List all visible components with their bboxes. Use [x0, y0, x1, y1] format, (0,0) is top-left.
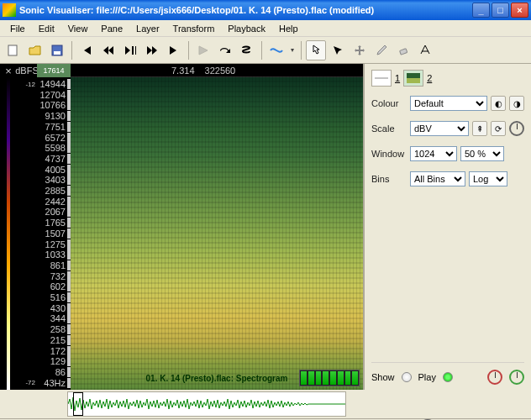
colour-select[interactable]: Default [410, 96, 487, 111]
playback-pan-dial[interactable] [509, 370, 524, 385]
time-ruler: 7.314 322560 [71, 64, 363, 77]
svg-rect-2 [54, 51, 60, 55]
window-title: Sonic Visualiser: file:///C:/Users/jsix6… [19, 5, 472, 15]
show-toggle[interactable] [402, 372, 412, 382]
solo-button[interactable] [237, 40, 257, 60]
freq-label: 215 [37, 335, 71, 345]
freq-label: 2885 [37, 186, 71, 196]
close-button[interactable]: × [511, 3, 528, 18]
freq-label: 258 [37, 324, 71, 334]
overview-window[interactable] [73, 392, 83, 416]
bins-label: Bins [371, 174, 407, 184]
move-tool[interactable] [350, 40, 370, 60]
new-session-button[interactable] [3, 40, 24, 60]
layer-tab-2-label: 2 [427, 73, 432, 83]
freq-label: 344 [37, 313, 71, 323]
db-label: -12 [17, 81, 37, 88]
layer-tab-2[interactable] [403, 70, 423, 87]
align-dropdown[interactable]: ▾ [288, 46, 297, 54]
overview-area [0, 390, 531, 418]
app-icon [3, 3, 16, 17]
colour-next-button[interactable]: ◑ [509, 96, 524, 111]
show-label: Show [371, 372, 395, 382]
forward-button[interactable] [142, 40, 162, 60]
title-bar: Sonic Visualiser: file:///C:/Users/jsix6… [0, 0, 531, 20]
navigate-tool[interactable] [306, 40, 326, 60]
freq-top: 17614 [37, 64, 71, 77]
svg-rect-3 [400, 48, 407, 54]
freq-label: 14944 [37, 79, 71, 89]
menu-file[interactable]: File [3, 22, 32, 35]
scale-label: Scale [371, 123, 407, 134]
playback-gain-dial[interactable] [487, 370, 502, 385]
open-button[interactable] [25, 40, 45, 60]
layer-tab-1[interactable] [371, 70, 392, 87]
colour-label: Colour [371, 98, 407, 108]
normalize-button[interactable]: ⇞ [472, 121, 487, 136]
align-button[interactable] [266, 40, 287, 60]
rewind-button[interactable] [98, 40, 118, 60]
window-size-select[interactable]: 1024 [410, 146, 457, 161]
window-overlap-select[interactable]: 50 % [460, 146, 504, 161]
freq-label: 6572 [37, 133, 71, 143]
record-button[interactable] [193, 40, 213, 60]
edit-tool[interactable] [371, 40, 392, 60]
freq-label: 5598 [37, 143, 71, 153]
main-area: × dBFS -12 -72 17614 1494412704107669130… [0, 64, 531, 390]
menu-playback[interactable]: Playback [221, 22, 272, 35]
freq-label: 1275 [37, 239, 71, 249]
toolbar: ▾ [0, 37, 531, 64]
layer-tabs: 1 2 [371, 69, 524, 87]
save-button[interactable] [47, 40, 67, 60]
freq-label: 1765 [37, 218, 71, 228]
db-scale: dBFS -12 -72 [17, 64, 37, 390]
colour-scale-bar [7, 77, 10, 390]
scale-header: dBFS [17, 64, 37, 77]
freq-label: 4005 [37, 165, 71, 175]
gain-dial[interactable] [509, 121, 524, 136]
close-pane-button[interactable]: × [0, 64, 17, 77]
menu-pane[interactable]: Pane [94, 22, 129, 35]
layer-tab-1-label: 1 [395, 73, 400, 83]
freq-label: 9130 [37, 111, 71, 121]
freq-label: 12704 [37, 90, 71, 100]
bins-scale-select[interactable]: Log [469, 171, 507, 186]
freq-label: 129 [37, 356, 71, 366]
pane-gutter: × [0, 64, 17, 390]
menu-view[interactable]: View [61, 22, 95, 35]
db-label: -72 [17, 379, 37, 386]
menu-edit[interactable]: Edit [32, 22, 61, 35]
skip-start-button[interactable] [76, 40, 97, 60]
menu-bar: File Edit View Pane Layer Transform Play… [0, 20, 531, 37]
erase-tool[interactable] [393, 40, 413, 60]
play-label: Play [418, 372, 436, 382]
frequency-scale: 17614 1494412704107669130775165725598473… [37, 64, 71, 390]
freq-label: 732 [37, 271, 71, 281]
properties-panel: 1 2 Colour Default ◐ ◑ Scale dBV ⇞ ⟳ Win… [363, 64, 531, 390]
threshold-button[interactable]: ⟳ [491, 121, 506, 136]
select-tool[interactable] [328, 40, 348, 60]
menu-layer[interactable]: Layer [129, 22, 166, 35]
scale-select[interactable]: dBV [410, 121, 469, 136]
measure-tool[interactable] [415, 40, 435, 60]
minimize-button[interactable]: _ [472, 3, 490, 18]
loop-button[interactable] [215, 40, 235, 60]
time-sample: 322560 [205, 66, 236, 76]
colour-prev-button[interactable]: ◐ [491, 96, 506, 111]
bins-select[interactable]: All Bins [410, 171, 465, 186]
freq-label: 86 [37, 367, 71, 377]
freq-label: 1507 [37, 228, 71, 239]
overview-waveform[interactable] [67, 391, 346, 417]
freq-label: 43Hz [37, 378, 71, 388]
freq-label: 516 [37, 292, 71, 302]
maximize-button[interactable]: □ [492, 3, 509, 18]
menu-help[interactable]: Help [272, 22, 305, 35]
freq-label: 4737 [37, 154, 71, 164]
svg-rect-7 [407, 78, 420, 83]
skip-end-button[interactable] [164, 40, 184, 60]
menu-transform[interactable]: Transform [166, 22, 222, 35]
spectrogram-pane[interactable]: 7.314 322560 01. K. 14 (Presto).flac: Sp… [71, 64, 363, 390]
play-pause-button[interactable] [120, 40, 140, 60]
play-toggle[interactable] [443, 372, 453, 382]
freq-label: 10766 [37, 100, 71, 110]
